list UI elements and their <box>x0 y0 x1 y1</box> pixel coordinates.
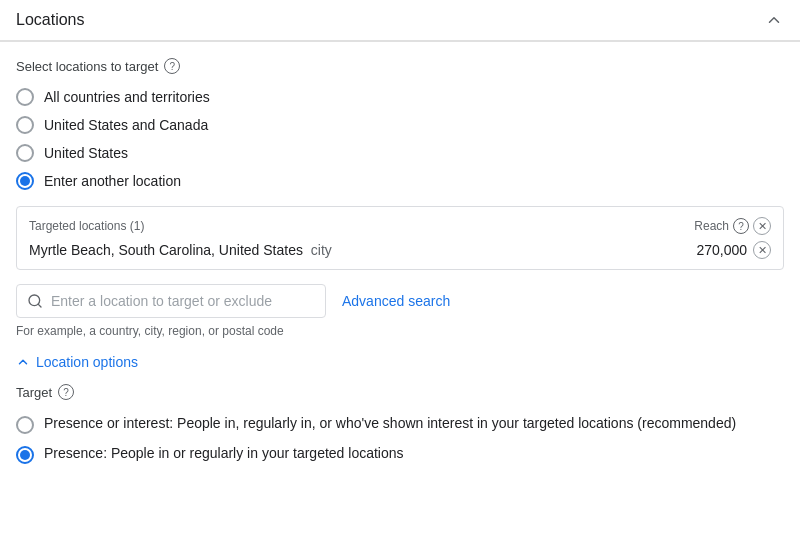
targeted-reach-value: 270,000 ✕ <box>696 241 771 259</box>
location-options-chevron <box>16 355 30 369</box>
targeted-header: Targeted locations (1) Reach ? ✕ <box>29 217 771 235</box>
radio-another-location-button[interactable] <box>16 172 34 190</box>
reach-header: Reach ? ✕ <box>694 217 771 235</box>
select-locations-help-icon[interactable]: ? <box>164 58 180 74</box>
svg-line-1 <box>38 304 41 307</box>
targeted-locations-title: Targeted locations (1) <box>29 219 144 233</box>
advanced-search-link[interactable]: Advanced search <box>342 293 450 309</box>
targeted-location-remove[interactable]: ✕ <box>753 241 771 259</box>
reach-help-icon[interactable]: ? <box>733 218 749 234</box>
search-icon <box>27 293 43 309</box>
location-radio-group: All countries and territories United Sta… <box>16 88 784 190</box>
radio-another-location-dot <box>20 176 30 186</box>
radio-all-countries-button[interactable] <box>16 88 34 106</box>
search-hint: For example, a country, city, region, or… <box>16 324 784 338</box>
target-radio-group: Presence or interest: People in, regular… <box>16 414 784 464</box>
target-radio-presence[interactable]: Presence: People in or regularly in your… <box>16 444 784 464</box>
target-radio-presence-interest[interactable]: Presence or interest: People in, regular… <box>16 414 784 434</box>
location-options-toggle[interactable]: Location options <box>16 354 784 370</box>
section-body: Select locations to target ? All countri… <box>0 42 800 480</box>
radio-us-canada[interactable]: United States and Canada <box>16 116 784 134</box>
targeted-location-name: Myrtle Beach, South Carolina, United Sta… <box>29 242 332 258</box>
select-locations-label: Select locations to target ? <box>16 58 784 74</box>
radio-us-button[interactable] <box>16 144 34 162</box>
radio-another-location[interactable]: Enter another location <box>16 172 784 190</box>
target-radio-presence-interest-button[interactable] <box>16 416 34 434</box>
collapse-button[interactable] <box>764 10 784 30</box>
targeted-location-row: Myrtle Beach, South Carolina, United Sta… <box>29 241 771 259</box>
location-search-wrapper <box>16 284 326 318</box>
target-section-label: Target ? <box>16 384 784 400</box>
section-header: Locations <box>0 0 800 41</box>
location-search-input[interactable] <box>51 293 315 309</box>
targeted-header-close[interactable]: ✕ <box>753 217 771 235</box>
targeted-locations-box: Targeted locations (1) Reach ? ✕ Myrtle … <box>16 206 784 270</box>
target-radio-presence-button[interactable] <box>16 446 34 464</box>
section-title: Locations <box>16 11 85 29</box>
search-row: Advanced search <box>16 284 784 318</box>
target-radio-presence-dot <box>20 450 30 460</box>
radio-all-countries[interactable]: All countries and territories <box>16 88 784 106</box>
target-help-icon[interactable]: ? <box>58 384 74 400</box>
radio-us[interactable]: United States <box>16 144 784 162</box>
radio-us-canada-button[interactable] <box>16 116 34 134</box>
locations-panel: Locations Select locations to target ? A… <box>0 0 800 480</box>
